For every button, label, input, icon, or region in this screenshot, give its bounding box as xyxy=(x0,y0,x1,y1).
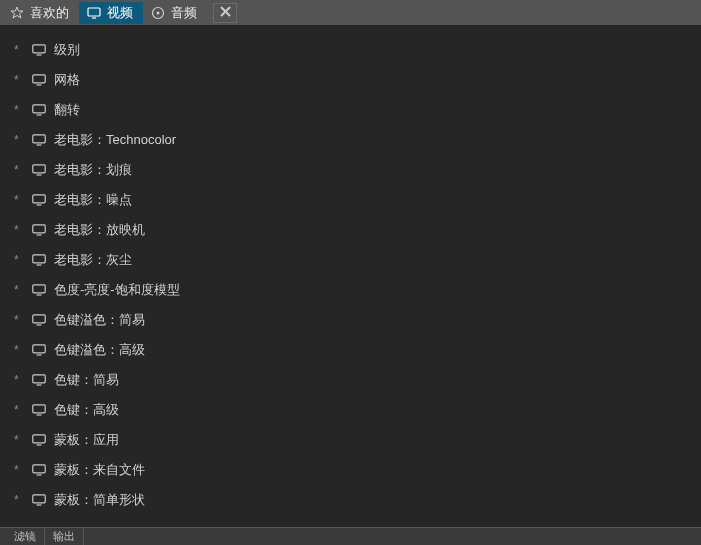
list-item-label: 色键：高级 xyxy=(54,401,119,419)
favorite-marker-icon: * xyxy=(14,433,24,447)
tab-label: 视频 xyxy=(107,4,133,22)
favorite-marker-icon: * xyxy=(14,43,24,57)
list-item[interactable]: *色键：简易 xyxy=(10,365,699,395)
monitor-icon xyxy=(32,44,46,56)
monitor-icon xyxy=(32,434,46,446)
bottom-tab-filters[interactable]: 滤镜 xyxy=(6,527,45,545)
svg-rect-30 xyxy=(33,405,45,413)
svg-rect-8 xyxy=(33,75,45,83)
favorite-marker-icon: * xyxy=(14,103,24,117)
favorite-marker-icon: * xyxy=(14,403,24,417)
favorite-marker-icon: * xyxy=(14,493,24,507)
tab-bar: 喜欢的 视频 音频 xyxy=(0,0,701,25)
svg-rect-20 xyxy=(33,255,45,263)
tab-favorites[interactable]: 喜欢的 xyxy=(2,2,79,24)
monitor-icon xyxy=(32,404,46,416)
monitor-icon xyxy=(32,254,46,266)
list-item[interactable]: *色键溢色：高级 xyxy=(10,335,699,365)
favorite-marker-icon: * xyxy=(14,463,24,477)
tab-audio[interactable]: 音频 xyxy=(143,2,207,24)
favorite-marker-icon: * xyxy=(14,193,24,207)
list-item[interactable]: *老电影：灰尘 xyxy=(10,245,699,275)
favorite-marker-icon: * xyxy=(14,163,24,177)
svg-rect-0 xyxy=(88,8,100,16)
list-item-label: 老电影：Technocolor xyxy=(54,131,176,149)
monitor-icon xyxy=(32,74,46,86)
favorite-marker-icon: * xyxy=(14,373,24,387)
list-item-label: 蒙板：简单形状 xyxy=(54,491,145,509)
favorite-marker-icon: * xyxy=(14,313,24,327)
svg-rect-34 xyxy=(33,465,45,473)
list-item-label: 色键溢色：高级 xyxy=(54,341,145,359)
svg-rect-32 xyxy=(33,435,45,443)
favorite-marker-icon: * xyxy=(14,283,24,297)
list-item-label: 级别 xyxy=(54,41,80,59)
monitor-icon xyxy=(32,374,46,386)
list-item[interactable]: *老电影：放映机 xyxy=(10,215,699,245)
monitor-icon xyxy=(32,104,46,116)
list-item[interactable]: *老电影：划痕 xyxy=(10,155,699,185)
monitor-icon xyxy=(32,494,46,506)
svg-rect-28 xyxy=(33,375,45,383)
svg-rect-26 xyxy=(33,345,45,353)
favorite-marker-icon: * xyxy=(14,223,24,237)
svg-rect-14 xyxy=(33,165,45,173)
list-item[interactable]: *色度-亮度-饱和度模型 xyxy=(10,275,699,305)
favorite-marker-icon: * xyxy=(14,73,24,87)
svg-rect-6 xyxy=(33,45,45,53)
monitor-icon xyxy=(32,224,46,236)
list-item[interactable]: *老电影：噪点 xyxy=(10,185,699,215)
svg-rect-36 xyxy=(33,495,45,503)
svg-rect-16 xyxy=(33,195,45,203)
list-item-label: 老电影：划痕 xyxy=(54,161,132,179)
list-item-label: 蒙板：应用 xyxy=(54,431,119,449)
list-item-label: 色键：简易 xyxy=(54,371,119,389)
monitor-icon xyxy=(32,464,46,476)
list-item[interactable]: *蒙板：来自文件 xyxy=(10,455,699,485)
monitor-icon xyxy=(32,284,46,296)
list-item[interactable]: *老电影：Technocolor xyxy=(10,125,699,155)
list-item-label: 网格 xyxy=(54,71,80,89)
close-button[interactable] xyxy=(213,3,237,23)
monitor-icon xyxy=(32,134,46,146)
filter-list: *级别*网格*翻转*老电影：Technocolor*老电影：划痕*老电影：噪点*… xyxy=(0,25,701,527)
list-item[interactable]: *蒙板：简单形状 xyxy=(10,485,699,515)
list-item-label: 色度-亮度-饱和度模型 xyxy=(54,281,180,299)
close-icon xyxy=(220,5,231,20)
monitor-icon xyxy=(87,6,101,20)
list-item[interactable]: *网格 xyxy=(10,65,699,95)
svg-rect-24 xyxy=(33,315,45,323)
list-item[interactable]: *色键：高级 xyxy=(10,395,699,425)
list-item[interactable]: *翻转 xyxy=(10,95,699,125)
svg-point-3 xyxy=(157,12,160,15)
list-item[interactable]: *色键溢色：简易 xyxy=(10,305,699,335)
list-item-label: 色键溢色：简易 xyxy=(54,311,145,329)
tab-label: 喜欢的 xyxy=(30,4,69,22)
bottom-bar: 滤镜 输出 xyxy=(0,527,701,545)
list-item-label: 老电影：放映机 xyxy=(54,221,145,239)
favorite-marker-icon: * xyxy=(14,253,24,267)
svg-rect-10 xyxy=(33,105,45,113)
list-item-label: 蒙板：来自文件 xyxy=(54,461,145,479)
tab-video[interactable]: 视频 xyxy=(79,2,143,24)
disc-icon xyxy=(151,6,165,20)
monitor-icon xyxy=(32,164,46,176)
list-item-label: 老电影：灰尘 xyxy=(54,251,132,269)
monitor-icon xyxy=(32,314,46,326)
list-item[interactable]: *蒙板：应用 xyxy=(10,425,699,455)
star-icon xyxy=(10,6,24,20)
svg-rect-18 xyxy=(33,225,45,233)
list-item[interactable]: *级别 xyxy=(10,35,699,65)
svg-rect-22 xyxy=(33,285,45,293)
monitor-icon xyxy=(32,344,46,356)
svg-rect-12 xyxy=(33,135,45,143)
tab-label: 音频 xyxy=(171,4,197,22)
bottom-tab-output[interactable]: 输出 xyxy=(45,527,84,545)
monitor-icon xyxy=(32,194,46,206)
favorite-marker-icon: * xyxy=(14,133,24,147)
favorite-marker-icon: * xyxy=(14,343,24,357)
list-item-label: 翻转 xyxy=(54,101,80,119)
list-item-label: 老电影：噪点 xyxy=(54,191,132,209)
